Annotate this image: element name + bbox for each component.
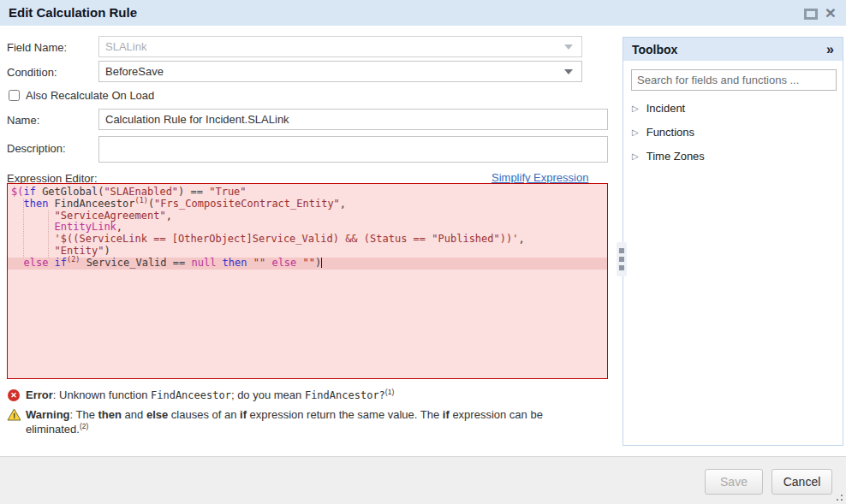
tree-item-label: Functions bbox=[646, 126, 694, 139]
cancel-button[interactable]: Cancel bbox=[772, 469, 832, 495]
toolbox-tree-item-functions[interactable]: ▷Functions bbox=[623, 120, 843, 144]
toolbox-header: Toolbox » bbox=[623, 38, 843, 61]
dialog-title: Edit Calculation Rule bbox=[9, 5, 137, 20]
svg-text:!: ! bbox=[13, 411, 15, 420]
maximize-icon[interactable] bbox=[804, 9, 818, 20]
warning-icon: ! bbox=[7, 408, 21, 424]
error-message: Error: Unknown function FindAnceestor; d… bbox=[26, 388, 394, 403]
toolbox-tree: ▷Incident▷Functions▷Time Zones bbox=[623, 96, 843, 168]
tree-item-label: Time Zones bbox=[646, 150, 705, 163]
tree-expand-icon[interactable]: ▷ bbox=[632, 104, 639, 113]
description-input[interactable] bbox=[98, 136, 608, 163]
resize-grip-icon[interactable] bbox=[833, 491, 843, 501]
expression-code: $(if GetGlobal("SLAEnabled") == "True" t… bbox=[8, 184, 607, 270]
toolbox-tree-item-incident[interactable]: ▷Incident bbox=[623, 96, 843, 120]
tree-expand-icon[interactable]: ▷ bbox=[632, 151, 639, 161]
code-line: '$((ServiceLink == [OtherObject]Service_… bbox=[8, 234, 607, 246]
name-input[interactable] bbox=[98, 109, 608, 130]
dialog-titlebar: Edit Calculation Rule × bbox=[0, 0, 846, 26]
toolbox-title: Toolbox bbox=[632, 43, 677, 56]
simplify-expression-link[interactable]: Simplify Expression bbox=[492, 171, 588, 184]
collapse-panel-icon[interactable]: » bbox=[826, 42, 834, 57]
toolbox-search-input[interactable] bbox=[631, 69, 837, 91]
field-name-label: Field Name: bbox=[7, 41, 67, 54]
dialog-footer: Save Cancel bbox=[0, 456, 846, 504]
tree-item-label: Incident bbox=[646, 102, 686, 115]
toolbox-tree-item-time-zones[interactable]: ▷Time Zones bbox=[623, 144, 843, 168]
error-icon: ✕ bbox=[8, 389, 20, 401]
panel-splitter-grip[interactable] bbox=[617, 242, 627, 276]
window-buttons: × bbox=[804, 5, 836, 21]
warning-message: Warning: The then and else clauses of an… bbox=[26, 407, 574, 436]
expression-editor[interactable]: $(if GetGlobal("SLAEnabled") == "True" t… bbox=[7, 183, 608, 379]
code-line: $(if GetGlobal("SLAEnabled") == "True" bbox=[8, 187, 607, 199]
code-line: EntityLink, bbox=[8, 222, 607, 234]
condition-label: Condition: bbox=[7, 66, 57, 79]
recalculate-on-load-label: Also Recalculate On Load bbox=[26, 89, 154, 102]
tree-expand-icon[interactable]: ▷ bbox=[632, 127, 639, 137]
edit-calculation-rule-dialog: { "dialog": { "title": "Edit Calculation… bbox=[0, 0, 846, 504]
name-label: Name: bbox=[7, 114, 39, 127]
code-line: "Entity") bbox=[8, 246, 607, 258]
field-name-input[interactable] bbox=[98, 36, 582, 57]
code-line: "ServiceAgreement", bbox=[8, 210, 607, 222]
toolbox-panel: Toolbox » ▷Incident▷Functions▷Time Zones bbox=[623, 37, 843, 446]
recalculate-on-load-checkbox[interactable] bbox=[9, 90, 20, 101]
close-icon[interactable]: × bbox=[825, 5, 836, 21]
code-line: then FindAnceestor(1)("Frs_CompositeCont… bbox=[8, 199, 607, 210]
description-label: Description: bbox=[7, 142, 66, 155]
save-button[interactable]: Save bbox=[705, 469, 763, 495]
code-line: else if(2) Service_Valid == null then ""… bbox=[8, 258, 607, 270]
text-caret bbox=[321, 258, 322, 268]
condition-input[interactable] bbox=[98, 61, 582, 82]
